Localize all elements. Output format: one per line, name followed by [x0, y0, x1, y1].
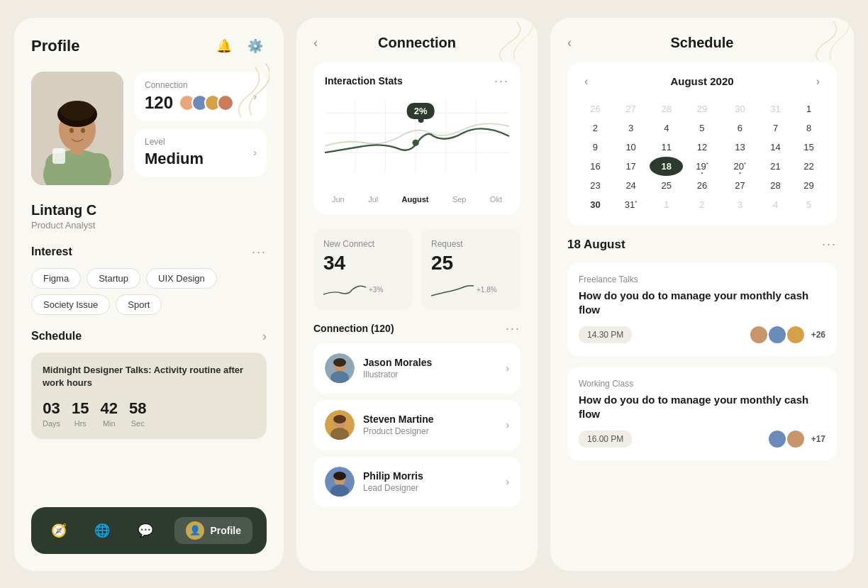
philip-avatar: [325, 467, 355, 497]
cal-day-31-prev[interactable]: 31: [759, 99, 792, 118]
x-label-sep: Sep: [452, 195, 467, 204]
connection-label: Connection: [145, 80, 234, 90]
countdown-days: 03 Days: [43, 399, 60, 428]
cal-day-27-prev[interactable]: 27: [612, 99, 650, 118]
cal-day-27[interactable]: 27: [721, 176, 759, 195]
att2-2: [786, 429, 806, 449]
cal-day-2-next[interactable]: 2: [683, 195, 720, 214]
cal-day-20[interactable]: 20*: [721, 157, 759, 176]
cal-day-5-next[interactable]: 5: [792, 195, 825, 214]
cal-day-30-prev[interactable]: 30: [721, 99, 759, 118]
cal-day-13[interactable]: 13: [721, 138, 759, 157]
cal-prev[interactable]: ‹: [579, 74, 594, 89]
cal-day-30[interactable]: 30: [579, 195, 612, 214]
cal-day-24[interactable]: 24: [612, 176, 650, 195]
new-connect-trend: +3%: [323, 280, 403, 300]
cal-day-1[interactable]: 1: [792, 99, 825, 118]
tag-society[interactable]: Society Issue: [31, 294, 110, 315]
interest-menu[interactable]: ···: [252, 245, 267, 260]
cal-day-26-prev[interactable]: 26: [579, 99, 612, 118]
x-label-jul: Jul: [368, 195, 378, 204]
nav-profile[interactable]: 👤 Profile: [174, 517, 252, 544]
schedule-chevron[interactable]: ›: [262, 329, 267, 344]
sched-date-title: 18 August: [567, 238, 625, 252]
cal-day-31-star[interactable]: 31*: [612, 195, 650, 214]
sched-menu[interactable]: ···: [822, 237, 837, 252]
cal-day-12[interactable]: 12: [683, 138, 720, 157]
days-value: 03: [43, 399, 60, 418]
level-stat-card[interactable]: Level Medium ›: [135, 128, 267, 177]
cal-day-9[interactable]: 9: [579, 138, 612, 157]
cal-day-5[interactable]: 5: [683, 118, 720, 138]
person-philip[interactable]: Philip Morris Lead Designer ›: [313, 457, 521, 506]
person-jason[interactable]: Jason Morales Illustrator ›: [313, 343, 521, 393]
cal-day-22[interactable]: 22: [792, 157, 825, 176]
cal-day-26[interactable]: 26: [683, 176, 720, 195]
cal-day-3-next[interactable]: 3: [721, 195, 759, 214]
cal-day-23[interactable]: 23: [579, 176, 612, 195]
cal-day-14[interactable]: 14: [759, 138, 792, 157]
steven-info: Steven Martine Product Designer: [363, 414, 497, 436]
jason-name: Jason Morales: [363, 357, 497, 368]
nav-globe[interactable]: 🌐: [89, 520, 116, 541]
jason-role: Illustrator: [363, 370, 497, 379]
cal-next[interactable]: ›: [811, 74, 825, 89]
request-value: 25: [431, 252, 511, 274]
app-container: Profile 🔔 ⚙️: [14, 18, 854, 571]
cal-day-28-prev[interactable]: 28: [650, 99, 683, 118]
stats-menu[interactable]: ···: [494, 74, 509, 89]
cal-day-28[interactable]: 28: [759, 176, 792, 195]
cal-row-0: 26 27 28 29 30 31 1: [579, 99, 825, 118]
level-label: Level: [145, 137, 204, 147]
cal-day-4-next[interactable]: 4: [759, 195, 792, 214]
tag-uix[interactable]: UIX Design: [146, 268, 217, 289]
event-card-2[interactable]: Working Class How do you do to manage yo…: [567, 367, 837, 460]
cal-day-8[interactable]: 8: [792, 118, 825, 138]
cal-day-25[interactable]: 25: [650, 176, 683, 195]
cal-day-18-today[interactable]: 18: [650, 157, 683, 176]
cal-day-19[interactable]: 19*: [683, 157, 720, 176]
profile-stats: Connection 120 ›: [135, 72, 267, 185]
cal-day-2[interactable]: 2: [579, 118, 612, 138]
connection-list-menu[interactable]: ···: [506, 321, 521, 336]
cal-day-15[interactable]: 15: [792, 138, 825, 157]
chart-x-labels: Jun Jul August Sep Okt: [325, 195, 509, 204]
cal-day-1-next[interactable]: 1: [650, 195, 683, 214]
tag-startup[interactable]: Startup: [87, 268, 140, 289]
cal-row-4: 23 24 25 26 27 28 29: [579, 176, 825, 195]
cal-day-11[interactable]: 11: [650, 138, 683, 157]
cal-day-29[interactable]: 29: [792, 176, 825, 195]
cal-day-7[interactable]: 7: [759, 118, 792, 138]
event1-att-count: +26: [811, 330, 825, 340]
settings-icon[interactable]: ⚙️: [244, 35, 267, 57]
cal-day-4[interactable]: 4: [650, 118, 683, 138]
countdown-hrs: 15 Hrs: [72, 399, 89, 428]
jason-avatar: [325, 353, 355, 383]
nav-compass[interactable]: 🧭: [45, 520, 72, 541]
user-name: Lintang C: [31, 202, 267, 218]
nav-chat[interactable]: 💬: [132, 520, 159, 541]
cal-day-17[interactable]: 17: [612, 157, 650, 176]
mini-stats: New Connect 34 +3% Request 25 +1.8%: [313, 229, 521, 310]
cal-day-29-prev[interactable]: 29: [683, 99, 720, 118]
cal-day-21[interactable]: 21: [759, 157, 792, 176]
countdown-min: 42 Min: [101, 399, 118, 428]
person-steven[interactable]: Steven Martine Product Designer ›: [313, 400, 521, 450]
tag-sport[interactable]: Sport: [116, 294, 162, 315]
event1-time: 14.30 PM: [579, 326, 632, 343]
conn-back-btn[interactable]: ‹: [313, 35, 318, 50]
cal-day-3[interactable]: 3: [612, 118, 650, 138]
cal-day-10[interactable]: 10: [612, 138, 650, 157]
chat-icon: 💬: [138, 523, 153, 538]
notification-icon[interactable]: 🔔: [213, 35, 235, 57]
cal-day-16[interactable]: 16: [579, 157, 612, 176]
steven-name: Steven Martine: [363, 414, 497, 425]
cal-day-6[interactable]: 6: [721, 118, 759, 138]
event-card-1[interactable]: Freelance Talks How do you do to manage …: [567, 263, 837, 356]
connection-value: 120: [145, 93, 173, 113]
connection-stat-card[interactable]: Connection 120 ›: [135, 72, 267, 121]
philip-avatar-img: [325, 467, 355, 497]
tag-figma[interactable]: Figma: [31, 268, 81, 289]
calendar: ‹ August 2020 › 26 27 28 29 30 31 1: [567, 62, 837, 226]
sched-back-btn[interactable]: ‹: [567, 35, 572, 50]
